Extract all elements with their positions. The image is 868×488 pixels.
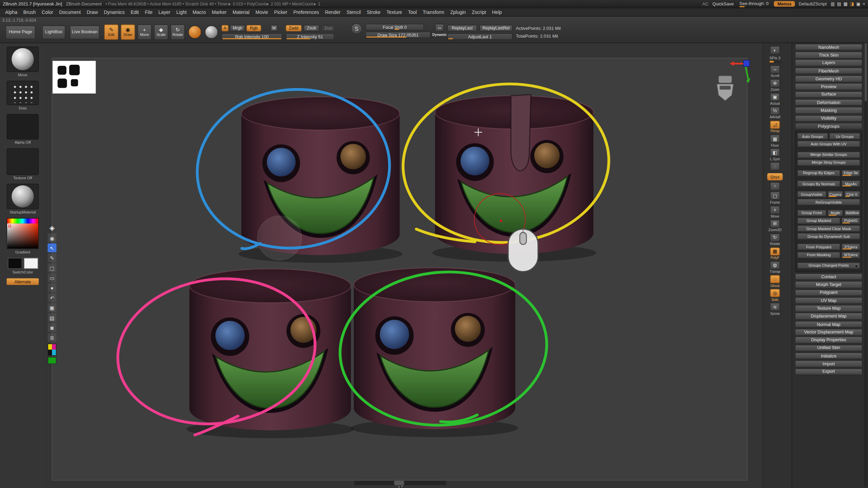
rect-icon[interactable]: ▭ [47, 273, 56, 282]
rightshelf-actual[interactable]: ▣Actual [770, 93, 780, 105]
zscript-button[interactable]: DefaultZScript [799, 1, 827, 6]
brush-preview-thumb[interactable] [188, 25, 201, 39]
menu-layer[interactable]: Layer [156, 9, 174, 15]
move-button[interactable]: +Move [137, 24, 152, 40]
layout-rows-icon[interactable]: ▤ [837, 1, 841, 6]
menu-picker[interactable]: Picker [271, 9, 291, 15]
secondary-color-swatch[interactable] [23, 258, 38, 269]
black-swatch[interactable] [48, 350, 52, 355]
rightshelf-transp[interactable]: ◍Transp [770, 261, 780, 273]
dot-icon[interactable]: ● [47, 283, 56, 292]
pg-groupvisible[interactable]: GroupVisible [797, 191, 826, 198]
material-preview-thumb[interactable] [205, 25, 218, 39]
green-swatch[interactable] [47, 357, 56, 364]
frame-pen-icon[interactable]: ▢ [47, 263, 56, 272]
tool-section-polygroups[interactable]: Polygroups [795, 123, 862, 129]
zadd-toggle[interactable]: Zadd [285, 25, 301, 32]
notes-icon[interactable]: ≣ [47, 333, 56, 342]
rightshelf-floor[interactable]: ▦Floor [770, 135, 780, 147]
pg-edge-se[interactable]: Edge Se [842, 170, 860, 177]
draw-size-slider[interactable]: Draw Size 172.05351 [366, 32, 431, 38]
color-picker[interactable] [7, 218, 39, 249]
lightbox-button[interactable]: LightBox [42, 25, 65, 39]
rotate-button[interactable]: ↻Rotate [171, 24, 185, 40]
menu-draw[interactable]: Draw [84, 9, 101, 15]
pg-regroup-by-edges[interactable]: Regroup By Edges [797, 170, 841, 177]
pg-auto-groups-with-uv[interactable]: Auto Groups With UV [797, 141, 860, 147]
primary-color-swatch[interactable] [7, 258, 22, 269]
current-material-thumb[interactable] [7, 184, 39, 209]
m-toggle[interactable]: M [270, 25, 278, 32]
rightshelf-xpose[interactable]: ≋Xpose [770, 303, 780, 315]
pg-covera[interactable]: Covera [827, 191, 843, 198]
magenta-swatch[interactable] [52, 344, 56, 349]
rightshelf-polyframe[interactable]: ▦PolyF [770, 247, 780, 260]
tool-section-geometry-hd[interactable]: Geometry HD [795, 75, 862, 82]
pg-from-masking[interactable]: From Masking [797, 251, 841, 258]
layout-columns-icon[interactable]: ▥ [831, 1, 835, 6]
menu-marker[interactable]: Marker [209, 9, 230, 15]
menu-material[interactable]: Material [230, 9, 253, 15]
menu-stroke[interactable]: Stroke [364, 9, 383, 15]
rightshelf-scroll[interactable]: ⇔Scroll [770, 65, 780, 78]
live-boolean-button[interactable]: Live Boolean [70, 25, 100, 39]
tool-section-texture-map[interactable]: Texture Map [795, 305, 862, 312]
divider-icon[interactable]: ▣ [856, 1, 860, 6]
pg-polishg[interactable]: PolishG [842, 217, 860, 224]
tool-section-visibility[interactable]: Visibility [795, 115, 862, 122]
menu-preferences[interactable]: Preferences [290, 9, 322, 15]
menu-zplugin[interactable]: Zplugin [447, 9, 469, 15]
menu-file[interactable]: File [142, 9, 155, 15]
pg-additive[interactable]: Additive [844, 209, 860, 216]
tool-section-export[interactable]: Export [795, 368, 862, 375]
rightshelf-zoom[interactable]: ⊕Zoom [770, 79, 780, 92]
menu-macro[interactable]: Macro [190, 9, 209, 15]
menu-document[interactable]: Document [56, 9, 84, 15]
tool-section-display-properties[interactable]: Display Properties [795, 337, 862, 343]
pg-groups-changed-points[interactable]: Groups Changed Points [797, 262, 860, 269]
rightshelf-spix-slider[interactable]: SPix 3 [768, 56, 782, 63]
alternate-button[interactable]: Alternate [7, 278, 39, 285]
menus-button[interactable]: Menus [774, 1, 795, 6]
dynamic-mode-label[interactable]: Dynamic [432, 33, 447, 36]
pg-maxan[interactable]: MaxAn [842, 180, 860, 187]
pointer-icon[interactable]: ↖ [47, 243, 56, 252]
tool-section-nanomesh[interactable]: NanoMesh [795, 44, 862, 50]
focal-shift-slider[interactable]: Focal Shift 0 [366, 24, 424, 30]
tool-section-uv-map[interactable]: UV Map [795, 297, 862, 304]
mixer-icon[interactable]: ◨ [850, 1, 854, 6]
menu-transform[interactable]: Transform [420, 9, 447, 15]
camera-icon[interactable]: ◙ [47, 323, 56, 332]
tool-section-initialize[interactable]: Initialize [795, 352, 862, 359]
rgb-intensity-slider[interactable]: Rgb Intensity 100 [221, 33, 282, 40]
tool-section-vector-displacement-map[interactable]: Vector Displacement Map [795, 329, 862, 336]
rightshelf-ghost[interactable]: ◌Ghost [770, 275, 780, 287]
yellow-swatch[interactable] [48, 344, 52, 349]
current-brush-thumb[interactable] [7, 46, 39, 72]
pg-groups-by-normals[interactable]: Groups By Normals [797, 180, 841, 187]
trash-icon[interactable]: ▣ [47, 303, 56, 312]
rightshelf-move[interactable]: +Move [770, 206, 780, 218]
cylinder-smiley-bottom-left[interactable] [186, 269, 354, 439]
tool-section-preview[interactable]: Preview [795, 83, 862, 90]
rgb-toggle[interactable]: Rgb [246, 25, 261, 32]
menu-color[interactable]: Color [39, 9, 56, 15]
tool-section-layers[interactable]: Layers [795, 59, 862, 66]
zsub-toggle[interactable]: Zsub [303, 25, 319, 32]
undo-icon[interactable]: ↶ [47, 293, 56, 302]
pg-clstr-0-[interactable]: Clstr 0. [844, 191, 860, 198]
rightshelf-solo[interactable]: ◎Solo [770, 289, 780, 301]
menu-help[interactable]: Help [489, 9, 505, 15]
rightshelf-persp[interactable]: ◿Persp [770, 121, 780, 133]
tool-section-import[interactable]: Import [795, 360, 862, 367]
menu-light[interactable]: Light [173, 9, 190, 15]
rightshelf-zoom3d[interactable]: ⊞Zoom3D [768, 220, 782, 232]
rightshelf-lasso-icon[interactable]: ◌ [770, 162, 780, 170]
home-page-button[interactable]: Home Page [5, 25, 35, 39]
eye-icon[interactable]: ◉ [47, 233, 56, 242]
menu-alpha[interactable]: Alpha [2, 9, 20, 15]
pg-auto-groups[interactable]: Auto Groups [797, 133, 828, 140]
zcut-toggle[interactable]: Zcut [321, 25, 335, 32]
pg-ptolera[interactable]: PTolera [842, 244, 860, 250]
menu-stencil[interactable]: Stencil [343, 9, 364, 15]
